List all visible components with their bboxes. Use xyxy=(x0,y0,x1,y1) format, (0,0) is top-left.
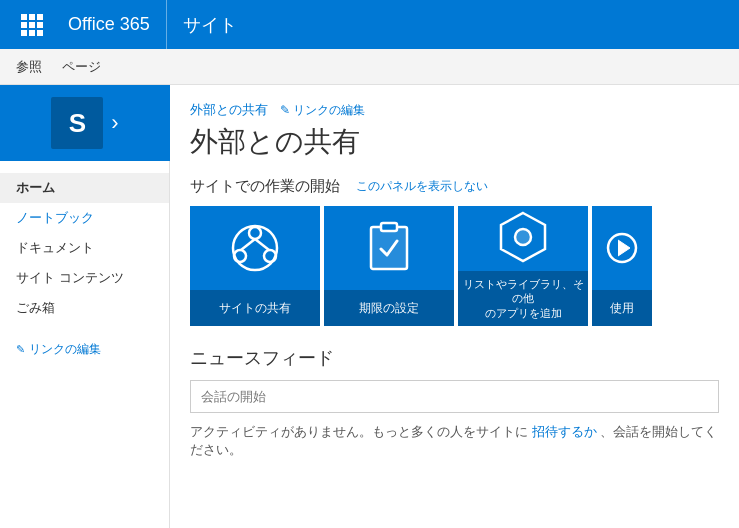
svg-rect-6 xyxy=(371,227,407,269)
tiles-row: サイトの共有 期限の設定 xyxy=(190,206,719,326)
header-app-name: Office 365 xyxy=(52,0,167,49)
sharepoint-logo-letter: S xyxy=(69,108,86,139)
checklist-icon-area xyxy=(324,206,454,290)
sidebar-item-site-contents[interactable]: サイト コンテンツ xyxy=(0,263,169,293)
sidebar-item-documents[interactable]: ドキュメント xyxy=(0,233,169,263)
tile-use[interactable]: 使用 xyxy=(592,206,652,326)
breadcrumb-edit-label: リンクの編集 xyxy=(293,102,365,119)
header: Office 365 サイト xyxy=(0,0,739,49)
svg-rect-7 xyxy=(381,223,397,231)
newsfeed-note-text: アクティビティがありません。もっと多くの人をサイトに xyxy=(190,424,528,439)
sidebar-edit-label: リンクの編集 xyxy=(29,341,101,358)
section-header: サイトでの作業の開始 このパネルを表示しない xyxy=(190,177,719,196)
breadcrumb-edit-link[interactable]: ✎ リンクの編集 xyxy=(280,102,365,119)
hexagon-icon-area xyxy=(458,206,588,271)
tile-deadline-label: 期限の設定 xyxy=(324,290,454,326)
sidebar-item-home[interactable]: ホーム xyxy=(0,173,169,203)
navbar: 参照 ページ xyxy=(0,49,739,85)
tile-apps-label: リストやライブラリ、その他のアプリを追加 xyxy=(458,271,588,326)
breadcrumb-row: 外部との共有 ✎ リンクの編集 xyxy=(190,101,719,119)
svg-point-1 xyxy=(249,227,261,239)
svg-line-4 xyxy=(241,239,255,250)
use-icon-area xyxy=(592,206,652,290)
sidebar-item-notebook[interactable]: ノートブック xyxy=(0,203,169,233)
newsfeed-title: ニュースフィード xyxy=(190,346,719,370)
sidebar-divider xyxy=(0,323,169,335)
tile-apps[interactable]: リストやライブラリ、その他のアプリを追加 xyxy=(458,206,588,326)
sidebar-edit-link[interactable]: ✎ リンクの編集 xyxy=(0,335,169,364)
newsfeed-input[interactable] xyxy=(190,380,719,413)
newsfeed-invite-link[interactable]: 招待するか xyxy=(532,424,597,439)
header-site-label: サイト xyxy=(167,13,253,37)
newsfeed-note: アクティビティがありません。もっと多くの人をサイトに 招待するか 、会話を開始し… xyxy=(190,423,719,459)
content-area: 外部との共有 ✎ リンクの編集 外部との共有 サイトでの作業の開始 このパネルを… xyxy=(170,85,739,528)
share-icon-area xyxy=(190,206,320,290)
sidebar-item-recycle-bin[interactable]: ごみ箱 xyxy=(0,293,169,323)
pencil-icon-breadcrumb: ✎ xyxy=(280,103,290,117)
svg-line-5 xyxy=(255,239,269,250)
tile-share-label: サイトの共有 xyxy=(190,290,320,326)
tile-share[interactable]: サイトの共有 xyxy=(190,206,320,326)
pencil-icon: ✎ xyxy=(16,343,25,356)
svg-point-9 xyxy=(515,229,531,245)
nav-browse[interactable]: 参照 xyxy=(16,49,42,85)
sharepoint-logo-arrow: › xyxy=(111,110,118,136)
tile-deadline[interactable]: 期限の設定 xyxy=(324,206,454,326)
hide-panel-button[interactable]: このパネルを表示しない xyxy=(356,178,488,195)
waffle-icon xyxy=(21,14,43,36)
sidebar: S › ホーム ノートブック ドキュメント サイト コンテンツ ごみ箱 ✎ リン… xyxy=(0,85,170,528)
getting-started-label: サイトでの作業の開始 xyxy=(190,177,340,196)
tile-use-label: 使用 xyxy=(592,290,652,326)
breadcrumb: 外部との共有 xyxy=(190,101,268,119)
nav-page[interactable]: ページ xyxy=(62,49,101,85)
app-launcher-button[interactable] xyxy=(12,0,52,49)
svg-point-0 xyxy=(233,226,277,270)
main-layout: S › ホーム ノートブック ドキュメント サイト コンテンツ ごみ箱 ✎ リン… xyxy=(0,85,739,528)
page-title: 外部との共有 xyxy=(190,123,719,161)
